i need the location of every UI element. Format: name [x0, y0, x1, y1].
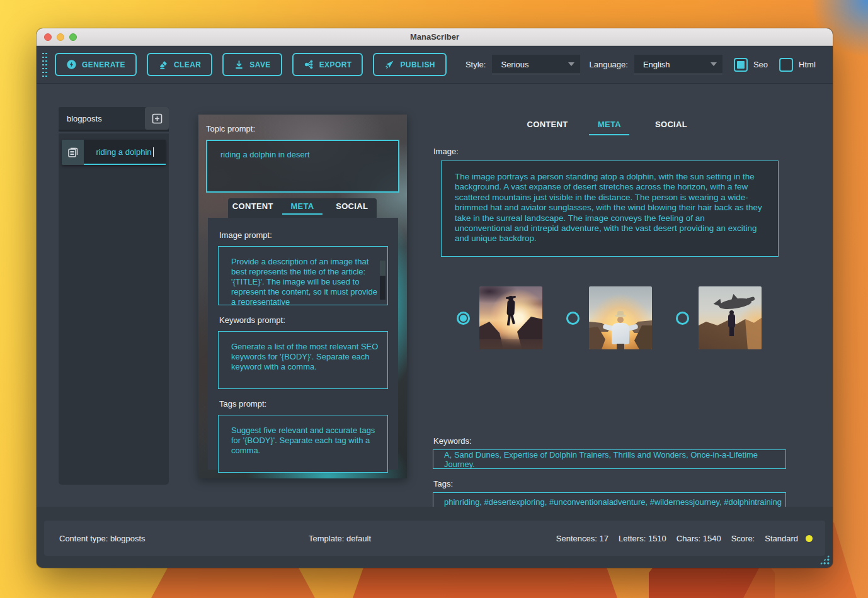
thumbnail-image-2[interactable]	[589, 286, 652, 349]
main-content: blogposts	[37, 84, 833, 507]
clear-button[interactable]: CLEAR	[147, 53, 212, 76]
style-label: Style:	[465, 60, 486, 69]
app-window: ManaScriber GENERATE CLEAR	[37, 28, 833, 568]
keywords-label: Keywords:	[433, 436, 472, 446]
score-label: Score:	[731, 534, 755, 543]
prompt-editor-panel: Topic prompt: riding a dolphin in desert…	[198, 115, 407, 478]
sidebar-collection-header: blogposts	[59, 107, 169, 130]
add-square-icon	[152, 113, 163, 124]
image-radio-2[interactable]	[566, 312, 580, 325]
toolbar-drag-handle[interactable]	[42, 52, 47, 78]
keywords-prompt-textarea[interactable]: Generate a list of the most relevant SEO…	[218, 331, 388, 389]
export-button[interactable]: EXPORT	[292, 53, 363, 76]
score-status-dot	[806, 535, 813, 542]
editor-tab-meta[interactable]: META	[278, 198, 328, 218]
sidebar-item-riding-a-dolphin[interactable]: riding a dolphin	[62, 140, 166, 165]
thumbnail-image-1[interactable]	[479, 286, 542, 349]
editor-tab-social[interactable]: SOCIAL	[327, 198, 377, 218]
collection-name: blogposts	[67, 114, 145, 123]
window-title: ManaScriber	[37, 32, 833, 42]
meta-panel-tab-social[interactable]: SOCIAL	[651, 120, 691, 135]
letters-count: Letters: 1510	[619, 534, 666, 543]
tags-prompt-value: Suggest five relevant and accurate tags …	[231, 426, 375, 455]
meta-panel-tabs: CONTENT META SOCIAL	[432, 120, 786, 135]
document-icon	[67, 147, 79, 158]
language-label: Language:	[589, 60, 627, 69]
publish-button-label: PUBLISH	[400, 60, 435, 69]
download-icon	[234, 59, 244, 70]
style-dropdown[interactable]: Serious	[492, 55, 580, 74]
image-description-textarea[interactable]: The image portrays a person standing ato…	[441, 161, 779, 257]
generate-button[interactable]: GENERATE	[55, 53, 137, 76]
editor-tab-social-label: SOCIAL	[336, 201, 368, 211]
clear-button-label: CLEAR	[174, 60, 201, 69]
bolt-circle-icon	[66, 59, 77, 70]
statusbar: Content type: blogposts Template: defaul…	[44, 521, 825, 556]
image-prompt-value: Provide a description of an image that b…	[231, 257, 377, 305]
eraser-icon	[158, 59, 169, 70]
style-value: Serious	[501, 60, 528, 69]
chevron-down-icon	[711, 62, 717, 66]
item-name-text: riding a dolphin	[96, 147, 151, 157]
image-radio-3[interactable]	[676, 312, 689, 325]
image-prompt-label: Image prompt:	[219, 230, 388, 240]
text-caret	[153, 147, 154, 157]
meta-panel-tab-meta[interactable]: META	[589, 120, 629, 135]
publish-button[interactable]: PUBLISH	[373, 53, 446, 76]
tags-value: phinriding, #desertexploring, #unconvent…	[444, 497, 782, 507]
keywords-prompt-value: Generate a list of the most relevant SEO…	[231, 342, 378, 371]
sidebar-item-list: riding a dolphin	[59, 133, 169, 485]
item-name-input[interactable]: riding a dolphin	[84, 140, 166, 165]
editor-tab-content[interactable]: CONTENT	[228, 198, 278, 218]
add-item-button[interactable]	[145, 107, 169, 130]
save-button[interactable]: SAVE	[222, 53, 282, 76]
paper-plane-icon	[384, 59, 395, 70]
chevron-down-icon	[568, 62, 574, 66]
html-checkbox-label: Html	[799, 60, 816, 69]
editor-tab-content-label: CONTENT	[232, 201, 273, 211]
chars-count: Chars: 1540	[677, 534, 721, 543]
seo-checkbox-label: Seo	[753, 60, 768, 69]
save-button-label: SAVE	[249, 60, 270, 69]
topic-prompt-label: Topic prompt:	[206, 124, 255, 133]
keywords-prompt-label: Keywords prompt:	[219, 315, 388, 325]
statusbar-area: Content type: blogposts Template: defaul…	[37, 507, 833, 568]
image-description-value: The image portrays a person standing ato…	[455, 172, 762, 243]
editor-tab-panel: Image prompt: Provide a description of a…	[208, 218, 398, 470]
tags-prompt-textarea[interactable]: Suggest five relevant and accurate tags …	[218, 415, 388, 473]
sidebar-divider	[59, 130, 169, 132]
keywords-input[interactable]: A, Sand Dunes, Expertise of Dolphin Trai…	[433, 449, 786, 469]
image-section-label: Image:	[433, 147, 459, 156]
editor-tab-meta-label: META	[290, 201, 314, 211]
tags-label: Tags:	[433, 479, 453, 488]
scrollbar[interactable]	[380, 261, 385, 300]
window-resize-grip[interactable]	[819, 555, 830, 565]
thumbnail-image-3[interactable]	[699, 286, 762, 349]
language-dropdown[interactable]: English	[634, 55, 722, 74]
seo-checkbox[interactable]	[734, 58, 748, 72]
toolbar: GENERATE CLEAR SAVE	[37, 46, 833, 84]
desktop-wallpaper: ManaScriber GENERATE CLEAR	[0, 0, 868, 598]
share-icon	[304, 59, 314, 70]
image-prompt-textarea[interactable]: Provide a description of an image that b…	[218, 246, 388, 305]
language-value: English	[643, 60, 670, 69]
topic-prompt-textarea[interactable]: riding a dolphin in desert	[206, 140, 399, 193]
tags-prompt-label: Tags prompt:	[219, 399, 388, 409]
score-value: Standard	[765, 534, 798, 543]
topic-prompt-value: riding a dolphin in desert	[220, 150, 310, 159]
titlebar[interactable]: ManaScriber	[37, 28, 833, 46]
template-status: Template: default	[309, 534, 371, 543]
content-type-status: Content type: blogposts	[59, 534, 146, 543]
editor-tabs: CONTENT META SOCIAL	[228, 198, 377, 218]
image-radio-1[interactable]	[457, 312, 470, 325]
sentences-count: Sentences: 17	[556, 534, 608, 543]
export-button-label: EXPORT	[319, 60, 352, 69]
meta-panel-tab-content[interactable]: CONTENT	[527, 120, 568, 135]
generate-button-label: GENERATE	[82, 60, 125, 69]
keywords-value: A, Sand Dunes, Expertise of Dolphin Trai…	[444, 450, 785, 469]
html-checkbox[interactable]	[779, 58, 793, 72]
